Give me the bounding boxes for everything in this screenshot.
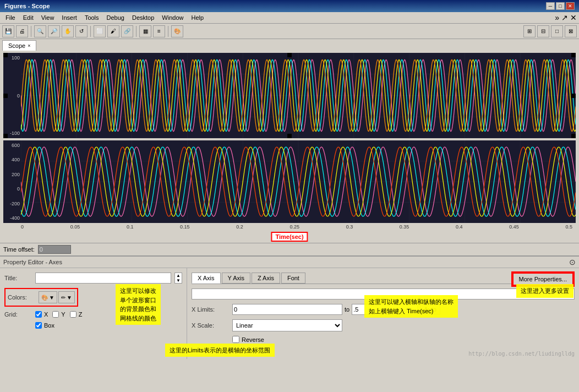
handle-bc-upper[interactable] [287, 134, 292, 138]
grid-y-checkbox[interactable] [52, 311, 59, 318]
tab-yaxis[interactable]: Y Axis [222, 273, 250, 284]
lower-plot[interactable]: 600 400 200 0 -200 -400 [3, 140, 576, 223]
legend-btn[interactable]: ≡ [153, 25, 165, 37]
grid-z-text: Z [79, 311, 83, 318]
scale-select[interactable]: Linear Log [232, 319, 342, 331]
menu-window[interactable]: Window [159, 13, 187, 22]
prop-body: Title: ▲ ▼ Colors: 🎨 ▼ [0, 268, 579, 359]
prop-editor-expand[interactable]: ⊙ [569, 258, 576, 266]
upper-plot[interactable]: 100 0 -100 [3, 53, 576, 138]
layout-single-btn[interactable]: □ [551, 25, 563, 37]
menu-debug[interactable]: Debug [103, 13, 128, 22]
minimize-button[interactable]: ─ [546, 2, 555, 10]
grid-z-checkbox[interactable] [70, 311, 77, 318]
palette-icon: 🎨 [41, 295, 48, 301]
colormap-btn[interactable]: 🎨 [171, 25, 183, 37]
x-tick-025: 0.25 [290, 224, 299, 230]
grid-x-checkbox[interactable] [35, 311, 42, 318]
handle-mr-upper[interactable] [571, 94, 576, 98]
time-offset-label: Time offset: [3, 246, 35, 253]
toolbar: 💾 🖨 🔍 🔎 ✋ ↺ ⬜ 🖌 🔗 ▦ ≡ 🎨 ⊞ ⊟ □ ⊠ [0, 24, 579, 39]
layout-custom-btn[interactable]: ⊠ [565, 25, 577, 37]
maximize-button[interactable]: □ [556, 2, 565, 10]
brush-btn[interactable]: 🖌 [107, 25, 119, 37]
title-scroll-down[interactable]: ▼ [175, 278, 182, 283]
menu-view[interactable]: View [38, 13, 58, 22]
reverse-row: Reverse [192, 336, 575, 343]
handle-br-upper[interactable] [571, 134, 576, 138]
axis-scale-row: X Scale: Linear Log [192, 319, 575, 331]
close-icon-menu[interactable]: ✕ [570, 13, 577, 22]
close-button[interactable]: ✕ [566, 2, 575, 10]
tab-xaxis[interactable]: X Axis [192, 273, 221, 284]
colors-row: Colors: 🎨 ▼ ✏ ▼ [8, 291, 75, 303]
pen-color-btn[interactable]: ✏ ▼ [58, 291, 75, 303]
toolbar-sep-1 [31, 26, 31, 37]
menu-file[interactable]: File [2, 13, 19, 22]
box-checkbox[interactable] [35, 322, 42, 329]
x-tick-04: 0.4 [456, 224, 463, 230]
title-row: Title: ▲ ▼ [4, 273, 182, 284]
window-title: Figures - Scope [4, 3, 50, 9]
handle-tc-upper[interactable] [287, 53, 292, 57]
tab-font[interactable]: Font [281, 273, 305, 284]
limits-from-input[interactable] [232, 304, 342, 315]
grid-checks: X Y Z [35, 311, 82, 318]
select-btn[interactable]: ⬜ [94, 25, 106, 37]
bg-color-btn[interactable]: 🎨 ▼ [39, 291, 57, 303]
x-tick-01: 0.1 [127, 224, 134, 230]
reverse-label: Reverse [242, 336, 264, 343]
pan-btn[interactable]: ✋ [62, 25, 74, 37]
menu-edit[interactable]: Edit [20, 13, 37, 22]
save-toolbar-btn[interactable]: 💾 [2, 25, 14, 37]
x-tick-035: 0.35 [400, 224, 409, 230]
print-toolbar-btn[interactable]: 🖨 [16, 25, 28, 37]
box-label: Box [35, 322, 54, 329]
tab-zaxis[interactable]: Z Axis [252, 273, 280, 284]
x-tick-005: 0.05 [70, 224, 80, 230]
rotate-btn[interactable]: ↺ [75, 25, 88, 37]
annotation-colors: 这里可以修改 单个波形窗口 的背景颜色和 网格线的颜色 [116, 284, 161, 325]
layout-grid-btn[interactable]: ⊞ [523, 25, 536, 37]
scope-tab-close[interactable]: × [28, 43, 30, 48]
scale-label: X Scale: [192, 322, 230, 329]
title-bar: Figures - Scope ─ □ ✕ [0, 0, 579, 12]
time-offset-input[interactable] [38, 245, 71, 254]
title-scroll-up[interactable]: ▲ [175, 273, 182, 278]
menu-tools[interactable]: Tools [81, 13, 102, 22]
x-axis-label: Time(sec) [271, 232, 308, 242]
menu-help[interactable]: Help [188, 13, 207, 22]
annotation-limits: 这里的Limits表示的是横轴的坐标范围 [165, 344, 275, 357]
grid-toggle-btn[interactable]: ▦ [139, 25, 151, 37]
upper-plot-wrapper: 100 0 -100 [3, 53, 576, 138]
undock-icon[interactable]: ↗ [561, 13, 568, 22]
box-text: Box [44, 322, 54, 329]
y-lower-label-n400: -400 [4, 215, 20, 221]
toolbar-sep-3 [136, 26, 136, 37]
watermark: http://blog.csdn.net/liudinglldg [468, 351, 575, 357]
pen-icon: ✏ [61, 295, 65, 301]
upper-plot-canvas [21, 53, 576, 138]
dock-icon[interactable]: » [555, 13, 559, 22]
menu-insert[interactable]: Insert [58, 13, 80, 22]
title-prop-input[interactable] [35, 273, 171, 284]
title-prop-label: Title: [4, 275, 32, 281]
x-tick-05: 0.5 [565, 224, 572, 230]
limits-to-word: to [345, 306, 349, 313]
grid-x-text: X [44, 311, 48, 318]
reverse-checkbox[interactable] [232, 336, 239, 343]
link-btn[interactable]: 🔗 [121, 25, 133, 37]
lower-plot-canvas [21, 140, 576, 223]
y-lower-label-0: 0 [4, 186, 20, 192]
scope-tab[interactable]: Scope × [2, 40, 36, 51]
grid-label: Grid: [4, 311, 32, 318]
figure-area: 100 0 -100 600 400 200 0 - [0, 53, 579, 359]
x-tick-045: 0.45 [509, 224, 519, 230]
y-upper-label-n100: -100 [4, 130, 20, 136]
layout-cols-btn[interactable]: ⊟ [537, 25, 549, 37]
handle-tr-upper[interactable] [571, 53, 576, 57]
zoom-out-btn[interactable]: 🔎 [48, 25, 60, 37]
zoom-in-btn[interactable]: 🔍 [34, 25, 46, 37]
menu-desktop[interactable]: Desktop [129, 13, 157, 22]
scope-tab-label: Scope [8, 42, 25, 49]
